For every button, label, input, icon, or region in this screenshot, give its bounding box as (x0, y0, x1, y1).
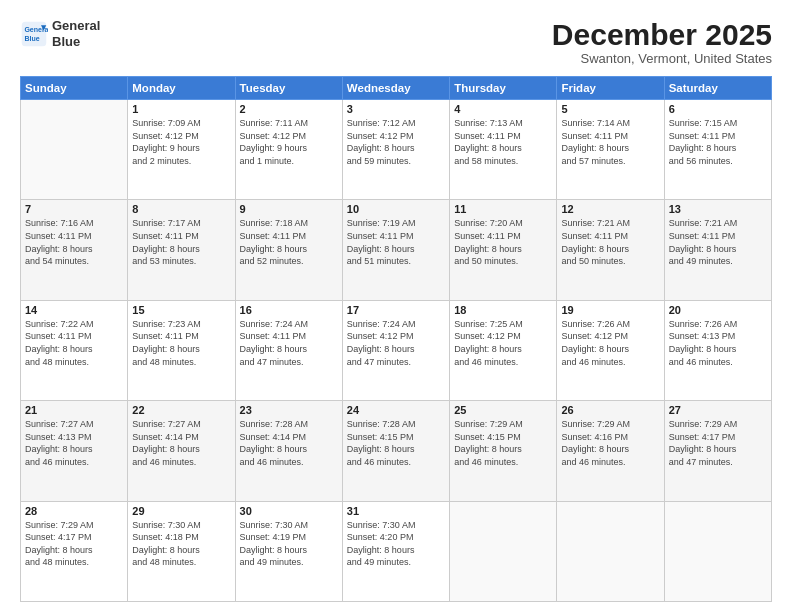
logo: General Blue General Blue (20, 18, 100, 49)
calendar-day-cell: 10Sunrise: 7:19 AM Sunset: 4:11 PM Dayli… (342, 200, 449, 300)
calendar-day-cell: 16Sunrise: 7:24 AM Sunset: 4:11 PM Dayli… (235, 300, 342, 400)
day-info: Sunrise: 7:11 AM Sunset: 4:12 PM Dayligh… (240, 117, 338, 167)
calendar-week-row: 14Sunrise: 7:22 AM Sunset: 4:11 PM Dayli… (21, 300, 772, 400)
day-number: 28 (25, 505, 123, 517)
day-info: Sunrise: 7:28 AM Sunset: 4:15 PM Dayligh… (347, 418, 445, 468)
day-number: 24 (347, 404, 445, 416)
day-info: Sunrise: 7:27 AM Sunset: 4:13 PM Dayligh… (25, 418, 123, 468)
day-info: Sunrise: 7:29 AM Sunset: 4:16 PM Dayligh… (561, 418, 659, 468)
day-info: Sunrise: 7:12 AM Sunset: 4:12 PM Dayligh… (347, 117, 445, 167)
calendar-header-sunday: Sunday (21, 77, 128, 100)
day-info: Sunrise: 7:26 AM Sunset: 4:13 PM Dayligh… (669, 318, 767, 368)
day-info: Sunrise: 7:27 AM Sunset: 4:14 PM Dayligh… (132, 418, 230, 468)
calendar-header-row: SundayMondayTuesdayWednesdayThursdayFrid… (21, 77, 772, 100)
day-info: Sunrise: 7:17 AM Sunset: 4:11 PM Dayligh… (132, 217, 230, 267)
calendar-day-cell: 19Sunrise: 7:26 AM Sunset: 4:12 PM Dayli… (557, 300, 664, 400)
calendar-day-cell: 15Sunrise: 7:23 AM Sunset: 4:11 PM Dayli… (128, 300, 235, 400)
svg-text:Blue: Blue (24, 35, 39, 42)
calendar-week-row: 21Sunrise: 7:27 AM Sunset: 4:13 PM Dayli… (21, 401, 772, 501)
calendar-day-cell: 12Sunrise: 7:21 AM Sunset: 4:11 PM Dayli… (557, 200, 664, 300)
calendar-header-thursday: Thursday (450, 77, 557, 100)
day-number: 27 (669, 404, 767, 416)
calendar-day-cell (557, 501, 664, 601)
day-number: 22 (132, 404, 230, 416)
day-info: Sunrise: 7:26 AM Sunset: 4:12 PM Dayligh… (561, 318, 659, 368)
calendar-day-cell: 20Sunrise: 7:26 AM Sunset: 4:13 PM Dayli… (664, 300, 771, 400)
day-number: 15 (132, 304, 230, 316)
day-number: 16 (240, 304, 338, 316)
day-info: Sunrise: 7:29 AM Sunset: 4:17 PM Dayligh… (25, 519, 123, 569)
day-info: Sunrise: 7:25 AM Sunset: 4:12 PM Dayligh… (454, 318, 552, 368)
calendar-day-cell: 5Sunrise: 7:14 AM Sunset: 4:11 PM Daylig… (557, 100, 664, 200)
logo-icon: General Blue (20, 20, 48, 48)
day-info: Sunrise: 7:14 AM Sunset: 4:11 PM Dayligh… (561, 117, 659, 167)
calendar-day-cell: 4Sunrise: 7:13 AM Sunset: 4:11 PM Daylig… (450, 100, 557, 200)
calendar-day-cell: 22Sunrise: 7:27 AM Sunset: 4:14 PM Dayli… (128, 401, 235, 501)
calendar-day-cell: 3Sunrise: 7:12 AM Sunset: 4:12 PM Daylig… (342, 100, 449, 200)
calendar-day-cell: 30Sunrise: 7:30 AM Sunset: 4:19 PM Dayli… (235, 501, 342, 601)
day-info: Sunrise: 7:13 AM Sunset: 4:11 PM Dayligh… (454, 117, 552, 167)
day-number: 11 (454, 203, 552, 215)
calendar-day-cell: 28Sunrise: 7:29 AM Sunset: 4:17 PM Dayli… (21, 501, 128, 601)
day-info: Sunrise: 7:18 AM Sunset: 4:11 PM Dayligh… (240, 217, 338, 267)
day-number: 3 (347, 103, 445, 115)
day-number: 6 (669, 103, 767, 115)
calendar-day-cell: 1Sunrise: 7:09 AM Sunset: 4:12 PM Daylig… (128, 100, 235, 200)
calendar-header-tuesday: Tuesday (235, 77, 342, 100)
day-number: 2 (240, 103, 338, 115)
day-info: Sunrise: 7:21 AM Sunset: 4:11 PM Dayligh… (669, 217, 767, 267)
logo-text: General Blue (52, 18, 100, 49)
calendar-day-cell (21, 100, 128, 200)
day-info: Sunrise: 7:23 AM Sunset: 4:11 PM Dayligh… (132, 318, 230, 368)
calendar-day-cell: 17Sunrise: 7:24 AM Sunset: 4:12 PM Dayli… (342, 300, 449, 400)
calendar-day-cell: 25Sunrise: 7:29 AM Sunset: 4:15 PM Dayli… (450, 401, 557, 501)
calendar-day-cell: 21Sunrise: 7:27 AM Sunset: 4:13 PM Dayli… (21, 401, 128, 501)
calendar-day-cell (664, 501, 771, 601)
day-info: Sunrise: 7:22 AM Sunset: 4:11 PM Dayligh… (25, 318, 123, 368)
day-info: Sunrise: 7:21 AM Sunset: 4:11 PM Dayligh… (561, 217, 659, 267)
main-title: December 2025 (552, 18, 772, 51)
subtitle: Swanton, Vermont, United States (552, 51, 772, 66)
calendar-day-cell: 18Sunrise: 7:25 AM Sunset: 4:12 PM Dayli… (450, 300, 557, 400)
calendar-day-cell: 9Sunrise: 7:18 AM Sunset: 4:11 PM Daylig… (235, 200, 342, 300)
day-info: Sunrise: 7:30 AM Sunset: 4:20 PM Dayligh… (347, 519, 445, 569)
day-number: 26 (561, 404, 659, 416)
page: General Blue General Blue December 2025 … (0, 0, 792, 612)
day-info: Sunrise: 7:29 AM Sunset: 4:17 PM Dayligh… (669, 418, 767, 468)
day-info: Sunrise: 7:16 AM Sunset: 4:11 PM Dayligh… (25, 217, 123, 267)
calendar-table: SundayMondayTuesdayWednesdayThursdayFrid… (20, 76, 772, 602)
day-number: 12 (561, 203, 659, 215)
day-info: Sunrise: 7:24 AM Sunset: 4:12 PM Dayligh… (347, 318, 445, 368)
day-info: Sunrise: 7:09 AM Sunset: 4:12 PM Dayligh… (132, 117, 230, 167)
day-info: Sunrise: 7:30 AM Sunset: 4:18 PM Dayligh… (132, 519, 230, 569)
day-number: 13 (669, 203, 767, 215)
day-number: 4 (454, 103, 552, 115)
calendar-day-cell: 14Sunrise: 7:22 AM Sunset: 4:11 PM Dayli… (21, 300, 128, 400)
header: General Blue General Blue December 2025 … (20, 18, 772, 66)
day-number: 9 (240, 203, 338, 215)
day-number: 17 (347, 304, 445, 316)
calendar-day-cell: 23Sunrise: 7:28 AM Sunset: 4:14 PM Dayli… (235, 401, 342, 501)
calendar-day-cell: 11Sunrise: 7:20 AM Sunset: 4:11 PM Dayli… (450, 200, 557, 300)
day-number: 7 (25, 203, 123, 215)
day-number: 20 (669, 304, 767, 316)
calendar-week-row: 28Sunrise: 7:29 AM Sunset: 4:17 PM Dayli… (21, 501, 772, 601)
day-number: 30 (240, 505, 338, 517)
day-number: 29 (132, 505, 230, 517)
calendar-day-cell: 26Sunrise: 7:29 AM Sunset: 4:16 PM Dayli… (557, 401, 664, 501)
calendar-header-saturday: Saturday (664, 77, 771, 100)
calendar-day-cell: 29Sunrise: 7:30 AM Sunset: 4:18 PM Dayli… (128, 501, 235, 601)
calendar-header-friday: Friday (557, 77, 664, 100)
day-number: 25 (454, 404, 552, 416)
day-number: 23 (240, 404, 338, 416)
calendar-header-monday: Monday (128, 77, 235, 100)
day-number: 10 (347, 203, 445, 215)
calendar-day-cell: 27Sunrise: 7:29 AM Sunset: 4:17 PM Dayli… (664, 401, 771, 501)
day-number: 1 (132, 103, 230, 115)
day-info: Sunrise: 7:30 AM Sunset: 4:19 PM Dayligh… (240, 519, 338, 569)
calendar-day-cell: 31Sunrise: 7:30 AM Sunset: 4:20 PM Dayli… (342, 501, 449, 601)
calendar-day-cell: 6Sunrise: 7:15 AM Sunset: 4:11 PM Daylig… (664, 100, 771, 200)
day-number: 19 (561, 304, 659, 316)
calendar-day-cell: 24Sunrise: 7:28 AM Sunset: 4:15 PM Dayli… (342, 401, 449, 501)
day-info: Sunrise: 7:24 AM Sunset: 4:11 PM Dayligh… (240, 318, 338, 368)
